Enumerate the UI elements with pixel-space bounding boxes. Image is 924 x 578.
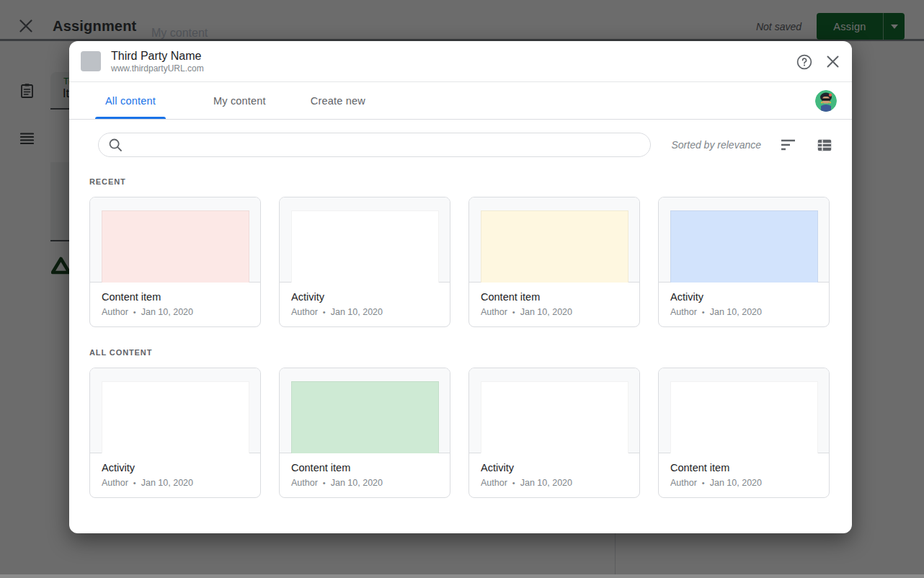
content-card[interactable]: ActivityAuthor•Jan 10, 2020: [89, 368, 261, 498]
meta-separator: •: [323, 308, 326, 316]
meta-separator: •: [512, 308, 515, 316]
card-title: Activity: [291, 290, 438, 303]
card-thumbnail: [90, 368, 260, 453]
thumbnail-preview: [481, 381, 628, 453]
thumbnail-preview: [291, 381, 439, 453]
content-card[interactable]: Content itemAuthor•Jan 10, 2020: [89, 197, 261, 327]
help-icon: [796, 54, 812, 70]
thumbnail-preview: [102, 210, 249, 283]
card-meta: Author•Jan 10, 2020: [102, 478, 249, 488]
third-party-logo: [81, 51, 101, 71]
card-meta: Author•Jan 10, 2020: [670, 307, 817, 317]
card-title: Content item: [481, 290, 628, 303]
card-thumbnail: [659, 197, 829, 283]
card-title: Activity: [102, 461, 249, 474]
dialog-close-button[interactable]: [827, 55, 839, 68]
card-date: Jan 10, 2020: [141, 478, 193, 488]
search-icon: [108, 138, 123, 152]
sort-icon[interactable]: [781, 138, 796, 151]
content-card[interactable]: ActivityAuthor•Jan 10, 2020: [279, 197, 450, 327]
close-icon: [827, 55, 839, 68]
card-date: Jan 10, 2020: [331, 478, 383, 488]
card-title: Activity: [670, 290, 817, 303]
third-party-picker-dialog: Third Party Name www.thirdpartyURL.com: [69, 41, 852, 533]
sort-status: Sorted by relevance: [671, 139, 761, 151]
thumbnail-preview: [481, 210, 628, 283]
card-date: Jan 10, 2020: [141, 307, 193, 317]
card-meta: Author•Jan 10, 2020: [102, 307, 249, 317]
meta-separator: •: [133, 479, 136, 487]
thumbnail-preview: [670, 210, 818, 283]
card-thumbnail: [280, 197, 450, 283]
card-date: Jan 10, 2020: [520, 307, 572, 317]
card-meta: Author•Jan 10, 2020: [481, 307, 628, 317]
card-author: Author: [670, 307, 697, 317]
user-avatar[interactable]: [815, 90, 837, 112]
tab-all-content[interactable]: All content: [95, 82, 166, 119]
content-sections: RECENTContent itemAuthor•Jan 10, 2020Act…: [69, 177, 852, 498]
search-input[interactable]: [123, 133, 650, 156]
card-author: Author: [102, 478, 128, 488]
card-author: Author: [670, 478, 697, 488]
card-date: Jan 10, 2020: [331, 307, 383, 317]
screen: Assignment My content Not saved Assign T…: [0, 0, 924, 578]
tab-create-new[interactable]: Create new: [301, 82, 376, 119]
dialog-header: Third Party Name www.thirdpartyURL.com: [69, 41, 852, 82]
dialog-url: www.thirdpartyURL.com: [111, 63, 204, 74]
dialog-tabs: All content My content Create new: [69, 82, 852, 120]
search-box: [98, 133, 651, 157]
card-date: Jan 10, 2020: [520, 478, 572, 488]
dialog-title: Third Party Name: [111, 49, 204, 63]
card-meta: Author•Jan 10, 2020: [481, 478, 628, 488]
avatar-illustration: [815, 90, 837, 112]
search-row: Sorted by relevance: [98, 133, 832, 157]
thumbnail-preview: [102, 381, 249, 453]
card-thumbnail: [469, 368, 639, 453]
section-label: ALL CONTENT: [89, 348, 852, 357]
card-thumbnail: [90, 197, 260, 283]
card-title: Content item: [102, 290, 249, 303]
thumbnail-preview: [670, 381, 818, 453]
card-row: ActivityAuthor•Jan 10, 2020Content itemA…: [89, 368, 852, 498]
meta-separator: •: [133, 308, 136, 316]
card-meta: Author•Jan 10, 2020: [291, 478, 438, 488]
meta-separator: •: [702, 308, 705, 316]
content-card[interactable]: ActivityAuthor•Jan 10, 2020: [658, 197, 830, 327]
content-card[interactable]: Content itemAuthor•Jan 10, 2020: [658, 368, 830, 498]
card-thumbnail: [469, 197, 639, 283]
dialog-content: Sorted by relevance R: [69, 133, 852, 498]
content-card[interactable]: Content itemAuthor•Jan 10, 2020: [279, 368, 450, 498]
card-meta: Author•Jan 10, 2020: [670, 478, 817, 488]
card-author: Author: [102, 307, 128, 317]
content-card[interactable]: ActivityAuthor•Jan 10, 2020: [468, 368, 640, 498]
tab-my-content[interactable]: My content: [203, 82, 276, 119]
help-button[interactable]: [796, 54, 812, 70]
card-date: Jan 10, 2020: [710, 478, 762, 488]
card-author: Author: [481, 307, 507, 317]
bottom-edge: [0, 574, 924, 578]
card-thumbnail: [280, 368, 450, 453]
card-date: Jan 10, 2020: [710, 307, 762, 317]
content-card[interactable]: Content itemAuthor•Jan 10, 2020: [468, 197, 640, 327]
card-thumbnail: [659, 368, 829, 453]
card-author: Author: [291, 478, 318, 488]
meta-separator: •: [323, 479, 326, 487]
card-author: Author: [481, 478, 507, 488]
card-title: Content item: [670, 461, 817, 474]
meta-separator: •: [512, 479, 515, 487]
card-author: Author: [291, 307, 318, 317]
card-title: Content item: [291, 461, 438, 474]
meta-separator: •: [702, 479, 705, 487]
card-row: Content itemAuthor•Jan 10, 2020ActivityA…: [89, 197, 852, 327]
card-meta: Author•Jan 10, 2020: [291, 307, 438, 317]
table-view-icon[interactable]: [817, 139, 832, 151]
thumbnail-preview: [291, 210, 439, 283]
card-title: Activity: [481, 461, 628, 474]
section-label: RECENT: [89, 177, 852, 186]
